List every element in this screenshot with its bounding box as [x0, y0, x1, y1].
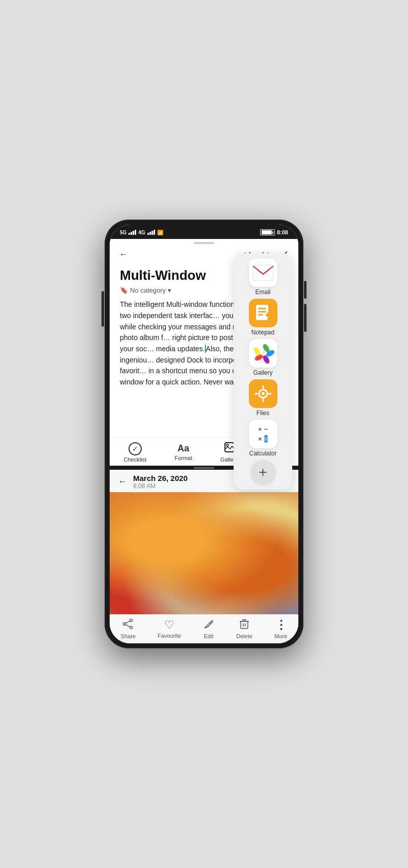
- delete-nav-item[interactable]: Delete: [236, 618, 252, 639]
- favourite-nav-item[interactable]: ♡ Favourite: [158, 618, 181, 639]
- donut-image: [110, 492, 298, 614]
- clock: 8:08: [277, 229, 288, 235]
- svg-rect-11: [241, 621, 248, 629]
- screen: 5G 4G 📶: [110, 225, 298, 643]
- edit-icon: [203, 618, 214, 632]
- delete-icon: [239, 618, 250, 632]
- gallery-title-area: March 26, 2020 8:08 AM: [133, 474, 188, 490]
- svg-rect-18: [258, 308, 266, 309]
- favourite-icon: ♡: [164, 618, 174, 632]
- drag-handle[interactable]: [194, 242, 214, 244]
- favourite-label: Favourite: [158, 633, 181, 639]
- signal-bars-left: [129, 230, 136, 235]
- edit-nav-item[interactable]: Edit: [203, 618, 214, 639]
- screen-content: ← ↩ ↪ ✓ Multi-Window 🔖 No category: [110, 239, 298, 643]
- minus-symbol: −: [264, 425, 268, 433]
- share-label: Share: [121, 633, 136, 639]
- divider-handle[interactable]: [194, 467, 214, 469]
- add-icon: +: [259, 464, 267, 480]
- svg-point-22: [267, 317, 270, 320]
- dock-notepad-label: Notepad: [251, 329, 274, 336]
- bottom-nav: Share ♡ Favourite Edit: [110, 614, 298, 643]
- dock-calculator-item[interactable]: + − × = Calculator: [238, 420, 288, 457]
- gallery-panel: ← March 26, 2020 8:08 AM: [110, 470, 298, 643]
- dock-notepad-item[interactable]: Notepad: [238, 299, 288, 336]
- dock-add-button[interactable]: +: [251, 460, 275, 485]
- more-label: More: [274, 633, 287, 639]
- gallery-date: March 26, 2020: [133, 474, 188, 483]
- svg-point-1: [226, 444, 228, 446]
- checklist-label: Checklist: [124, 456, 147, 463]
- volume-up-button[interactable]: [304, 281, 307, 299]
- more-icon: ⋮: [275, 618, 287, 632]
- 4g-indicator: 4G: [138, 230, 145, 235]
- checklist-icon: ✓: [129, 442, 142, 455]
- edit-label: Edit: [204, 633, 214, 639]
- dock-files-icon: [249, 379, 277, 408]
- dock-gallery-item[interactable]: Gallery: [238, 339, 288, 376]
- dock-notepad-icon: [249, 299, 277, 327]
- note-category[interactable]: 🔖 No category ▾: [120, 286, 171, 294]
- dock-gallery-label: Gallery: [253, 369, 272, 376]
- dock-email-item[interactable]: Email: [238, 258, 288, 296]
- svg-line-10: [210, 622, 212, 623]
- svg-point-6: [130, 626, 133, 629]
- dock-files-item[interactable]: Files: [238, 379, 288, 417]
- equals-symbol: =: [264, 435, 268, 443]
- dock-panel: Email Notepad: [234, 253, 292, 490]
- status-left: 5G 4G 📶: [120, 230, 163, 235]
- share-nav-item[interactable]: Share: [121, 618, 136, 639]
- dock-calculator-label: Calculator: [249, 450, 276, 457]
- back-button[interactable]: ←: [118, 248, 129, 261]
- signal-bars-right: [147, 230, 155, 235]
- format-label: Format: [174, 455, 192, 461]
- battery-icon: [260, 229, 275, 235]
- volume-down-button[interactable]: [304, 304, 307, 332]
- svg-point-7: [123, 622, 126, 625]
- svg-line-9: [125, 624, 130, 627]
- svg-rect-19: [258, 311, 266, 312]
- delete-label: Delete: [236, 633, 252, 639]
- plus-symbol: +: [258, 425, 262, 433]
- svg-rect-20: [258, 314, 263, 316]
- svg-point-29: [261, 351, 266, 356]
- gallery-time: 8:08 AM: [133, 483, 188, 490]
- dock-email-icon: [249, 258, 277, 287]
- power-button[interactable]: [101, 291, 104, 327]
- category-dropdown-icon: ▾: [168, 286, 171, 294]
- format-icon: Aa: [177, 443, 189, 454]
- svg-line-8: [125, 621, 130, 623]
- wifi-icon: 📶: [157, 230, 163, 235]
- dock-calculator-icon: + − × =: [249, 420, 277, 448]
- format-tool[interactable]: Aa Format: [174, 443, 192, 461]
- dock-files-label: Files: [257, 409, 269, 417]
- more-nav-item[interactable]: ⋮ More: [274, 618, 287, 639]
- dock-email-label: Email: [255, 288, 270, 296]
- toolbar-left: ←: [118, 248, 129, 261]
- phone-frame: 5G 4G 📶: [105, 220, 303, 648]
- category-bookmark-icon: 🔖: [120, 286, 128, 294]
- 5g-indicator: 5G: [120, 230, 126, 235]
- times-symbol: ×: [258, 435, 262, 443]
- gallery-image[interactable]: [110, 492, 298, 614]
- dock-gallery-icon: [249, 339, 277, 368]
- checklist-tool[interactable]: ✓ Checklist: [124, 442, 147, 463]
- category-label: No category: [130, 286, 166, 294]
- share-icon: [122, 618, 134, 632]
- status-right: 8:08: [260, 229, 288, 235]
- status-bar: 5G 4G 📶: [110, 225, 298, 239]
- gallery-back-button[interactable]: ←: [117, 475, 128, 488]
- svg-point-31: [262, 392, 265, 395]
- svg-point-5: [130, 619, 133, 621]
